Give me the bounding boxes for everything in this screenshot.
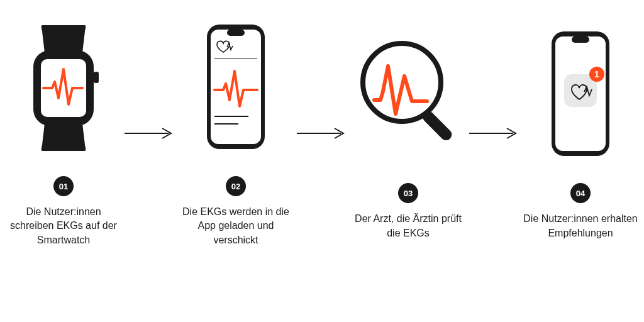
step-number-badge-4: 04 bbox=[570, 183, 591, 203]
step-1: 01 Die Nutzer:innen schreiben EKGs auf d… bbox=[6, 19, 121, 247]
arrow-icon bbox=[466, 64, 523, 203]
step-caption-1: Die Nutzer:innen schreiben EKGs auf der … bbox=[6, 205, 121, 247]
step-caption-4: Die Nutzer:innen erhalten Empfehlungen bbox=[523, 212, 638, 240]
phone-ekg-app-icon bbox=[198, 19, 274, 157]
arrow-icon bbox=[121, 64, 178, 203]
smartwatch-ekg-icon bbox=[19, 19, 108, 157]
svg-rect-1 bbox=[94, 72, 99, 83]
phone-notification-icon: 1 bbox=[543, 26, 618, 164]
step-caption-2: Die EKGs werden in die App geladen und v… bbox=[178, 205, 294, 247]
step-number-badge-2: 02 bbox=[226, 176, 246, 196]
arrow-icon bbox=[294, 64, 350, 203]
step-3: 03 Der Arzt, die Ärztin prüft die EKGs bbox=[350, 26, 466, 240]
notification-count: 1 bbox=[594, 69, 599, 79]
magnifier-ekg-icon bbox=[352, 26, 465, 164]
step-number-badge-3: 03 bbox=[398, 183, 418, 203]
svg-rect-12 bbox=[420, 109, 454, 143]
step-4: 1 04 Die Nutzer:innen erhalten Empfehlun… bbox=[523, 26, 638, 240]
step-2: 02 Die EKGs werden in die App geladen un… bbox=[178, 19, 294, 247]
svg-rect-16 bbox=[572, 36, 589, 43]
step-number-badge-1: 01 bbox=[53, 176, 74, 196]
step-caption-3: Der Arzt, die Ärztin prüft die EKGs bbox=[350, 212, 466, 240]
svg-rect-6 bbox=[227, 30, 245, 36]
